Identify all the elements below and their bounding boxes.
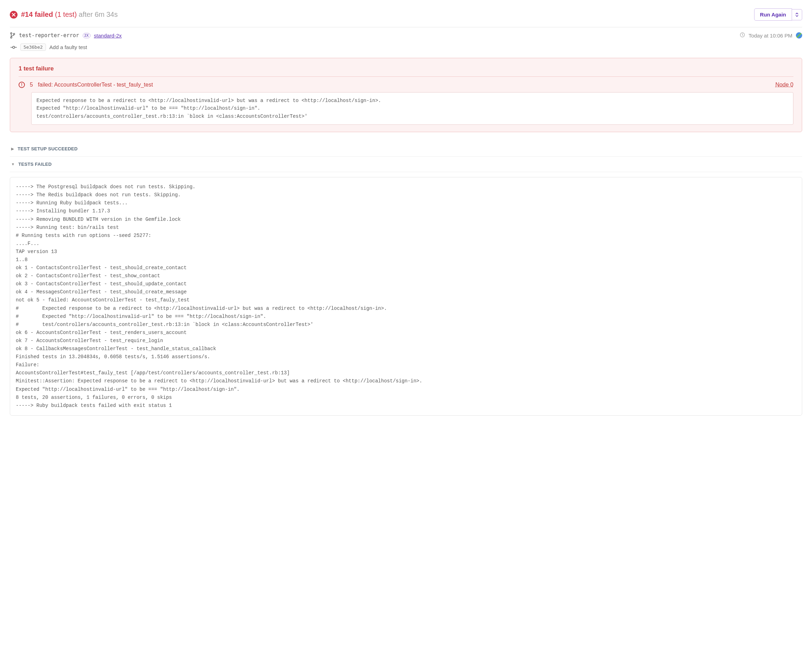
- run-again-button[interactable]: Run Again: [754, 8, 792, 21]
- build-number: #14: [21, 11, 33, 18]
- meta-left: test-reporter-error 2X standard-2x: [10, 32, 122, 38]
- triangle-down-icon: ▼: [11, 162, 15, 166]
- meta-row: test-reporter-error 2X standard-2x Today…: [10, 28, 802, 41]
- build-title-group: #14 failed (1 test) after 6m 34s: [10, 11, 118, 18]
- tests-failed-toggle[interactable]: ▼ TESTS FAILED: [10, 157, 802, 172]
- failure-card: 1 test failure ! 5 failed: AccountsContr…: [10, 58, 802, 132]
- svg-point-4: [12, 46, 15, 48]
- build-header: #14 failed (1 test) after 6m 34s Run Aga…: [10, 8, 802, 28]
- failure-details: Expected response to be a redirect to <h…: [31, 92, 794, 125]
- commit-row: 5e36be2 Add a faulty test: [10, 41, 802, 58]
- commit-icon: [11, 45, 17, 49]
- meta-right: Today at 10:06 PM: [740, 32, 802, 38]
- build-time: Today at 10:06 PM: [749, 33, 792, 38]
- setup-label: TEST SETUP SUCCEEDED: [18, 146, 78, 151]
- failure-name[interactable]: failed: AccountsControllerTest - test_fa…: [38, 82, 153, 88]
- fail-icon: [10, 11, 18, 18]
- clock-icon: [740, 32, 745, 38]
- svg-point-1: [11, 37, 12, 38]
- triangle-right-icon: ▶: [11, 147, 14, 151]
- failure-title: 1 test failure: [18, 65, 794, 77]
- svg-point-0: [11, 33, 12, 34]
- run-again-dropdown[interactable]: [792, 9, 802, 20]
- commit-message: Add a faulty test: [49, 44, 87, 50]
- build-title: #14 failed (1 test) after 6m 34s: [21, 11, 118, 18]
- build-status: failed: [35, 11, 53, 18]
- failure-item-left: ! 5 failed: AccountsControllerTest - tes…: [18, 82, 153, 88]
- node-link[interactable]: Node 0: [775, 82, 794, 88]
- dyno-type-link[interactable]: standard-2x: [94, 33, 122, 38]
- branch-icon: [10, 32, 15, 38]
- header-actions: Run Again: [754, 8, 802, 21]
- globe-icon: [796, 32, 802, 38]
- chevron-updown-icon: [795, 12, 799, 17]
- build-duration: after 6m 34s: [79, 11, 118, 18]
- failure-item: ! 5 failed: AccountsControllerTest - tes…: [18, 77, 794, 88]
- branch-name: test-reporter-error: [19, 32, 79, 38]
- commit-sha[interactable]: 5e36be2: [20, 43, 46, 51]
- exclamation-icon: !: [18, 82, 25, 88]
- setup-toggle[interactable]: ▶ TEST SETUP SUCCEEDED: [10, 141, 802, 157]
- dyno-badge: 2X: [83, 33, 90, 38]
- failure-number: 5: [30, 82, 33, 88]
- test-log: -----> The Postgresql buildpack does not…: [10, 177, 802, 416]
- svg-point-2: [13, 33, 15, 35]
- build-status-detail: (1 test): [55, 11, 77, 18]
- tests-failed-label: TESTS FAILED: [18, 162, 52, 167]
